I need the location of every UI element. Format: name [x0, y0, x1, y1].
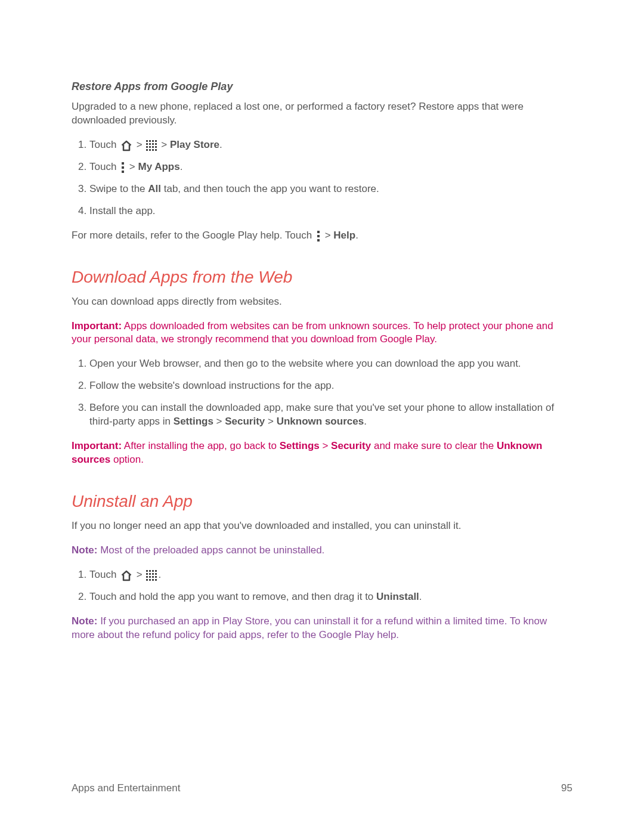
note-label: Note:	[72, 544, 97, 556]
important-label: Important:	[72, 440, 122, 451]
text: >	[320, 440, 331, 451]
note: Note: If you purchased an app in Play St…	[72, 615, 572, 642]
list-item: Install the app.	[89, 205, 572, 218]
text: .	[364, 416, 367, 427]
list-item: Touch > .	[89, 568, 572, 582]
paragraph: If you no longer need an app that you've…	[72, 519, 572, 533]
footer-section-title: Apps and Entertainment	[72, 782, 180, 794]
svg-rect-16	[122, 162, 124, 165]
svg-rect-12	[146, 149, 148, 151]
svg-rect-7	[155, 143, 157, 145]
svg-rect-20	[317, 235, 320, 237]
paragraph: For more details, refer to the Google Pl…	[72, 229, 572, 243]
svg-rect-18	[122, 171, 124, 173]
svg-rect-4	[146, 143, 148, 145]
text: .	[219, 139, 222, 150]
text: Most of the preloaded apps cannot be uni…	[97, 544, 324, 556]
note: Note: Most of the preloaded apps cannot …	[72, 544, 572, 558]
svg-rect-35	[149, 579, 151, 581]
list-item: Touch and hold the app you want to remov…	[89, 590, 572, 604]
text: If you purchased an app in Play Store, y…	[72, 615, 547, 640]
bold-text: Settings	[280, 440, 320, 451]
svg-rect-5	[149, 143, 151, 145]
svg-rect-28	[152, 573, 154, 575]
svg-rect-17	[122, 166, 124, 169]
svg-rect-34	[146, 579, 148, 581]
text: Touch and hold the app you want to remov…	[89, 591, 376, 602]
heading-download-web: Download Apps from the Web	[72, 268, 572, 287]
list-item: Follow the website's download instructio…	[89, 379, 572, 393]
svg-rect-22	[146, 570, 148, 572]
svg-rect-32	[152, 576, 154, 578]
text: and make sure to clear the	[371, 440, 497, 451]
note-label: Note:	[72, 615, 97, 627]
svg-rect-14	[152, 149, 154, 151]
svg-rect-15	[155, 149, 157, 151]
list-item: Open your Web browser, and then go to th…	[89, 357, 572, 371]
svg-rect-30	[146, 576, 148, 578]
bold-text: My Apps	[138, 161, 179, 172]
svg-rect-0	[146, 140, 148, 142]
svg-rect-3	[155, 140, 157, 142]
page-number: 95	[561, 782, 572, 794]
text: After installing the app, go back to	[122, 440, 280, 451]
svg-rect-19	[317, 231, 320, 233]
important-label: Important:	[72, 320, 122, 332]
text: .	[180, 161, 183, 172]
text: Swipe to the	[89, 183, 148, 194]
steps-list: Open your Web browser, and then go to th…	[72, 357, 572, 429]
important-note: Important: After installing the app, go …	[72, 439, 572, 467]
bold-text: Security	[331, 440, 371, 451]
list-item: Touch > > Play Store.	[89, 138, 572, 152]
bold-text: Security	[225, 416, 265, 427]
overflow-menu-icon	[120, 162, 125, 174]
svg-rect-36	[152, 579, 154, 581]
text: Apps downloaded from websites can be fro…	[72, 320, 553, 345]
svg-rect-8	[146, 146, 148, 148]
important-note: Important: Apps downloaded from websites…	[72, 320, 572, 347]
text: >	[129, 161, 138, 172]
home-icon	[120, 570, 132, 581]
svg-rect-25	[155, 570, 157, 572]
svg-rect-21	[317, 239, 320, 241]
svg-rect-29	[155, 573, 157, 575]
svg-rect-6	[152, 143, 154, 145]
list-item: Before you can install the downloaded ap…	[89, 401, 572, 429]
text: .	[355, 230, 358, 241]
text: tab, and then touch the app you want to …	[161, 183, 379, 194]
text: >	[137, 139, 145, 150]
apps-grid-icon	[146, 140, 157, 151]
document-page: Restore Apps from Google Play Upgraded t…	[0, 0, 644, 833]
steps-list: Touch > > Play Store.	[72, 138, 572, 218]
text: >	[137, 569, 145, 580]
bold-text: All	[148, 183, 161, 194]
text: .	[419, 591, 422, 602]
apps-grid-icon	[146, 570, 157, 581]
svg-rect-10	[152, 146, 154, 148]
text: >	[325, 230, 334, 241]
bold-text: Settings	[174, 416, 213, 427]
svg-rect-27	[149, 573, 151, 575]
svg-rect-9	[149, 146, 151, 148]
text: >	[265, 416, 276, 427]
svg-rect-13	[149, 149, 151, 151]
list-item: Swipe to the All tab, and then touch the…	[89, 182, 572, 196]
text: For more details, refer to the Google Pl…	[72, 230, 315, 241]
svg-rect-33	[155, 576, 157, 578]
text: Touch	[89, 139, 119, 150]
home-icon	[120, 140, 132, 151]
svg-rect-31	[149, 576, 151, 578]
bold-text: Uninstall	[376, 591, 419, 602]
text: Touch	[89, 569, 119, 580]
bold-text: Unknown sources	[277, 416, 364, 427]
text: Touch	[89, 161, 119, 172]
paragraph: Upgraded to a new phone, replaced a lost…	[72, 100, 572, 128]
heading-uninstall: Uninstall an App	[72, 492, 572, 511]
svg-rect-26	[146, 573, 148, 575]
text: option.	[110, 454, 144, 465]
heading-restore-apps: Restore Apps from Google Play	[72, 80, 572, 93]
text: >	[161, 139, 170, 150]
overflow-menu-icon	[316, 230, 321, 242]
bold-text: Help	[333, 230, 355, 241]
steps-list: Touch > . Touch and hold th	[72, 568, 572, 604]
